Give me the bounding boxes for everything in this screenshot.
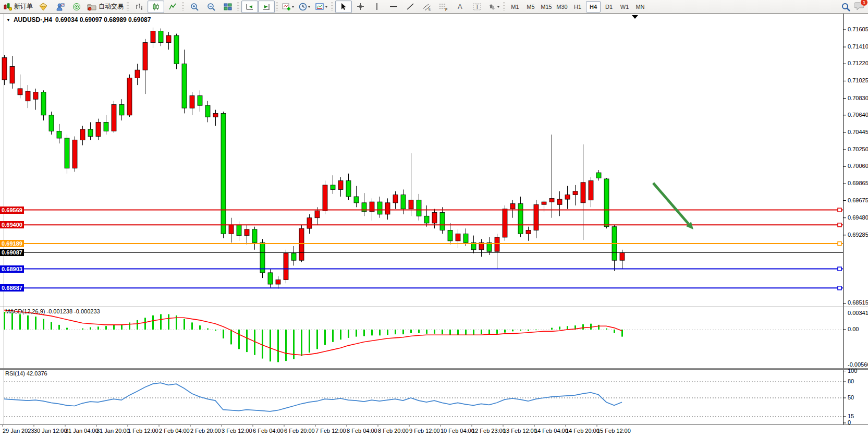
timeframe-m30[interactable]: M30 bbox=[555, 1, 569, 13]
new-order-icon bbox=[4, 3, 12, 11]
hline-handle bbox=[838, 208, 841, 212]
zoom-out-button[interactable] bbox=[203, 1, 219, 13]
template-button[interactable] bbox=[313, 1, 330, 13]
timeframe-d1[interactable]: D1 bbox=[602, 1, 616, 13]
crosshair-icon bbox=[357, 3, 364, 10]
notification-badge: 1 bbox=[860, 0, 868, 6]
arrows-icon bbox=[487, 3, 500, 11]
arrows-tool-button[interactable] bbox=[485, 1, 502, 13]
toolbar-grip bbox=[331, 2, 333, 11]
toolbar-grip bbox=[276, 2, 278, 11]
cursor-icon bbox=[340, 3, 347, 10]
new-order-label: 新订单 bbox=[14, 2, 33, 11]
tile-windows-icon bbox=[224, 3, 232, 11]
cursor-tool-button[interactable] bbox=[335, 1, 352, 13]
hline-handle bbox=[3, 267, 6, 271]
hline-handle bbox=[838, 286, 841, 290]
clock-icon bbox=[299, 3, 311, 11]
autotrade-icon bbox=[87, 3, 96, 11]
trader-icon bbox=[55, 3, 65, 11]
zoom-out-icon bbox=[207, 3, 216, 11]
search-icon[interactable] bbox=[841, 3, 850, 11]
hline-handle bbox=[3, 208, 6, 212]
crystal-icon bbox=[39, 3, 48, 11]
timeframe-h4[interactable]: H4 bbox=[586, 1, 601, 13]
svg-text:A: A bbox=[458, 3, 462, 10]
chart-shift-button[interactable] bbox=[258, 1, 275, 13]
hline-handle bbox=[3, 242, 6, 246]
auto-scroll-icon bbox=[246, 3, 254, 11]
crosshair-tool-button[interactable] bbox=[352, 1, 369, 13]
horizontal-line-icon bbox=[389, 3, 398, 10]
template-icon bbox=[315, 3, 328, 11]
timeframe-m5[interactable]: M5 bbox=[523, 1, 538, 13]
text-label-tool-button[interactable]: T bbox=[469, 1, 485, 13]
text-tool-button[interactable]: A bbox=[452, 1, 469, 13]
ohlc-values: 0.69034 0.69097 0.68989 0.69087 bbox=[55, 16, 151, 23]
main-toolbar: 新订单 自动交易 bbox=[0, 0, 868, 14]
add-indicator-button[interactable] bbox=[280, 1, 297, 13]
candlestick-icon bbox=[152, 3, 160, 11]
svg-text:E: E bbox=[429, 7, 431, 11]
toolbar-grip bbox=[127, 2, 129, 11]
add-indicator-icon bbox=[282, 3, 295, 11]
text-icon: A bbox=[457, 3, 464, 10]
symbol-period-label: AUDUSD-,H4 bbox=[14, 16, 52, 23]
toolbar-grip bbox=[237, 2, 239, 11]
autotrade-button[interactable]: 自动交易 bbox=[85, 1, 126, 13]
timeframe-mn[interactable]: MN bbox=[633, 1, 647, 13]
timeframe-w1[interactable]: W1 bbox=[617, 1, 632, 13]
line-chart-mode-button[interactable] bbox=[164, 1, 181, 13]
svg-text:F: F bbox=[445, 8, 447, 11]
fibonacci-tool-button[interactable]: F bbox=[435, 1, 452, 13]
signals-button[interactable] bbox=[68, 1, 85, 13]
rsi-label: RSI(14) 42.0376 bbox=[5, 370, 47, 377]
period-button[interactable] bbox=[297, 1, 313, 13]
horizontal-line-tool-button[interactable] bbox=[385, 1, 402, 13]
new-order-button[interactable]: 新订单 bbox=[2, 1, 35, 13]
chart-title: ▼ AUDUSD-,H4 0.69034 0.69097 0.68989 0.6… bbox=[6, 16, 151, 23]
chart-canvas[interactable] bbox=[0, 0, 868, 437]
timeframe-h1[interactable]: H1 bbox=[570, 1, 585, 13]
fibonacci-icon: F bbox=[439, 3, 448, 11]
equidistant-channel-icon: E bbox=[422, 3, 432, 11]
market-watch-button[interactable] bbox=[52, 1, 68, 13]
auto-scroll-button[interactable] bbox=[241, 1, 258, 13]
hline-handle bbox=[3, 286, 6, 290]
navigator-button[interactable] bbox=[35, 1, 52, 13]
bar-chart-mode-button[interactable] bbox=[131, 1, 148, 13]
signal-icon bbox=[72, 3, 81, 11]
autotrade-label: 自动交易 bbox=[99, 2, 124, 11]
zoom-in-icon bbox=[190, 3, 199, 11]
hline-handle bbox=[838, 242, 841, 246]
line-chart-icon bbox=[168, 3, 177, 11]
trendline-tool-button[interactable] bbox=[402, 1, 419, 13]
bar-chart-icon bbox=[135, 3, 143, 11]
candle-chart-mode-button[interactable] bbox=[148, 1, 164, 13]
svg-text:T: T bbox=[475, 4, 479, 10]
channel-tool-button[interactable]: E bbox=[419, 1, 435, 13]
tile-windows-button[interactable] bbox=[219, 1, 236, 13]
vertical-line-icon bbox=[374, 3, 380, 10]
vertical-line-tool-button[interactable] bbox=[369, 1, 385, 13]
zoom-in-button[interactable] bbox=[186, 1, 203, 13]
macd-label: MACD(12,26,9) -0.001238 -0.000233 bbox=[5, 308, 100, 314]
hline-handle bbox=[838, 223, 841, 227]
timeframe-m1[interactable]: M1 bbox=[508, 1, 522, 13]
toolbar-grip bbox=[503, 2, 505, 11]
trendline-icon bbox=[406, 3, 414, 10]
text-label-icon: T bbox=[473, 3, 481, 10]
hline-handle bbox=[3, 223, 6, 227]
toolbar-grip bbox=[182, 2, 184, 11]
hline-handle bbox=[838, 267, 841, 271]
timeframe-m15[interactable]: M15 bbox=[539, 1, 554, 13]
chart-shift-icon bbox=[262, 3, 271, 11]
notifications-button[interactable]: 1 bbox=[854, 1, 865, 13]
collapse-triangle-icon[interactable]: ▼ bbox=[6, 18, 10, 22]
